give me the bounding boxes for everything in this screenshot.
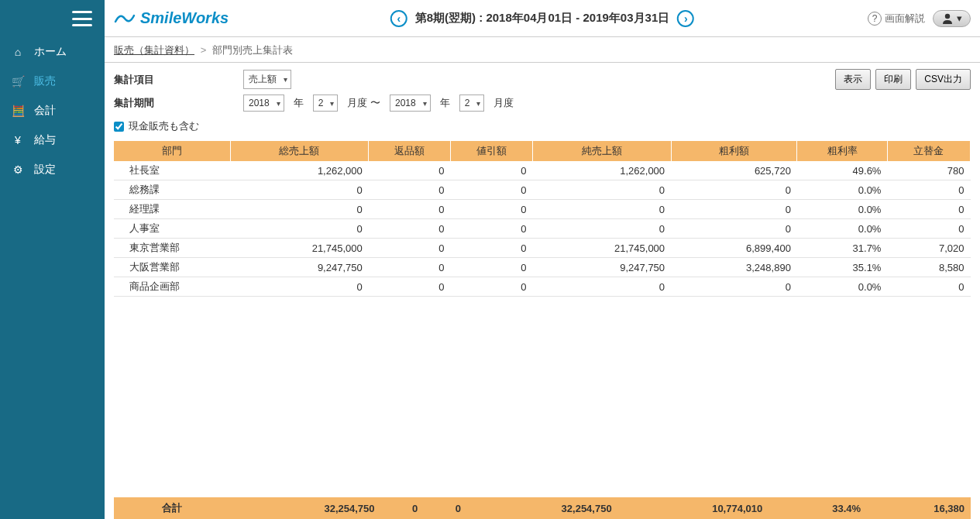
svg-point-0 — [945, 13, 950, 18]
sidebar-item-給与[interactable]: ¥給与 — [0, 125, 105, 155]
year-to-select[interactable]: 2018 — [390, 95, 431, 112]
ホーム-icon: ⌂ — [11, 46, 25, 58]
period-next-button[interactable]: › — [677, 10, 694, 27]
topbar: SmileWorks ‹ 第8期(翌期) : 2018年04月01日 - 201… — [105, 0, 980, 37]
table-row: 総務課000000.0%0 — [114, 180, 971, 200]
filter-item-label: 集計項目 — [114, 73, 234, 87]
sidebar-item-販売[interactable]: 🛒販売 — [0, 67, 105, 96]
給与-icon: ¥ — [11, 134, 25, 146]
table-row: 大阪営業部9,247,750009,247,7503,248,89035.1%8… — [114, 258, 971, 277]
col-header: 立替金 — [887, 141, 970, 161]
table-row: 東京営業部21,745,0000021,745,0006,899,40031.7… — [114, 239, 971, 258]
col-header: 純売上額 — [532, 141, 671, 161]
summary-table: 部門総売上額返品額値引額純売上額粗利額粗利率立替金 社長室1,262,00000… — [114, 141, 971, 297]
table-row: 商品企画部000000.0%0 — [114, 277, 971, 297]
user-icon — [941, 12, 954, 25]
filter-period-label: 集計期間 — [114, 96, 234, 110]
help-button[interactable]: ? 画面解説 — [868, 12, 925, 26]
sidebar-item-設定[interactable]: ⚙設定 — [0, 155, 105, 184]
col-header: 部門 — [114, 141, 230, 161]
csv-button[interactable]: CSV出力 — [916, 69, 971, 90]
include-cash-label[interactable]: 現金販売も含む — [129, 119, 199, 133]
col-header: 返品額 — [369, 141, 451, 161]
chevron-down-icon: ▾ — [957, 12, 962, 24]
sidebar-item-label: 販売 — [34, 74, 56, 88]
col-header: 粗利額 — [671, 141, 797, 161]
logo: SmileWorks — [114, 9, 229, 27]
period-text: 第8期(翌期) : 2018年04月01日 - 2019年03月31日 — [415, 11, 669, 26]
sidebar-item-会計[interactable]: 🧮会計 — [0, 96, 105, 125]
month-from-select[interactable]: 2 — [313, 95, 339, 112]
table-row: 人事室000000.0%0 — [114, 219, 971, 239]
設定-icon: ⚙ — [11, 163, 25, 176]
col-header: 総売上額 — [230, 141, 369, 161]
col-header: 値引額 — [451, 141, 533, 161]
会計-icon: 🧮 — [11, 105, 25, 117]
display-button[interactable]: 表示 — [835, 69, 871, 90]
filter-item-select[interactable]: 売上額 — [243, 70, 291, 89]
販売-icon: 🛒 — [11, 75, 25, 88]
menu-icon[interactable] — [72, 11, 92, 26]
period-prev-button[interactable]: ‹ — [390, 10, 407, 27]
breadcrumb-current: 部門別売上集計表 — [212, 44, 293, 56]
sidebar-item-label: 設定 — [34, 163, 56, 177]
month-to-select[interactable]: 2 — [459, 95, 485, 112]
sidebar-item-label: 給与 — [34, 133, 56, 147]
sidebar-item-label: ホーム — [34, 45, 67, 59]
include-cash-checkbox[interactable] — [114, 122, 124, 132]
sidebar-item-label: 会計 — [34, 104, 56, 118]
sidebar-item-ホーム[interactable]: ⌂ホーム — [0, 37, 105, 67]
breadcrumb: 販売（集計資料） > 部門別売上集計表 — [105, 37, 980, 63]
col-header: 粗利率 — [797, 141, 888, 161]
breadcrumb-link[interactable]: 販売（集計資料） — [114, 44, 194, 56]
user-menu-button[interactable]: ▾ — [933, 10, 971, 27]
table-row: 経理課000000.0%0 — [114, 200, 971, 219]
print-button[interactable]: 印刷 — [875, 69, 911, 90]
table-row: 社長室1,262,000001,262,000625,72049.6%780 — [114, 161, 971, 180]
help-icon: ? — [868, 12, 882, 26]
year-from-select[interactable]: 2018 — [243, 95, 284, 112]
sidebar: ⌂ホーム🛒販売🧮会計¥給与⚙設定 — [0, 0, 105, 519]
